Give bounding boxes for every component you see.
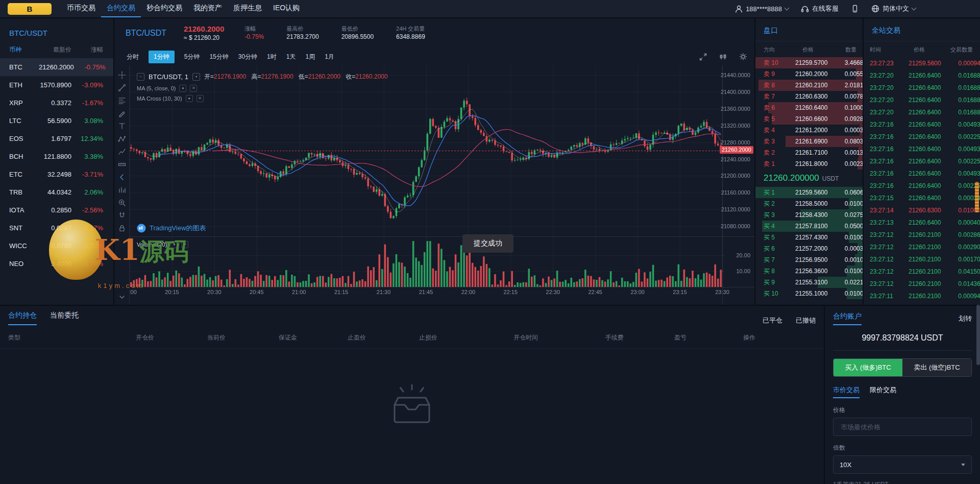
collapse-toolbar-icon[interactable] <box>117 173 127 182</box>
xabcd-pattern-tool-icon[interactable] <box>117 134 127 143</box>
tradingview-attribution[interactable]: TradingView的图表 <box>137 224 206 233</box>
sell-short-button[interactable]: 卖出 (做空)BTC <box>902 359 971 376</box>
market-pair-row[interactable]: BCH121.88003.38% <box>0 148 113 165</box>
orderbook-bid-row[interactable]: 买 521257.43000.0100 <box>755 232 863 243</box>
market-pair-row[interactable]: EOS1.679712.34% <box>0 130 113 148</box>
mid-price: 21260.200000 <box>764 173 819 183</box>
fullscreen-icon[interactable] <box>699 53 707 61</box>
trade-row: 23:27:1621260.64000.004931 <box>864 118 980 131</box>
online-service-button[interactable]: 在线客服 <box>801 4 839 13</box>
legend-style-icon[interactable]: ▪ <box>192 73 200 81</box>
timeframe-6[interactable]: 1天 <box>286 53 296 61</box>
market-pair-row[interactable]: IOTA0.2850-2.56% <box>0 201 113 219</box>
nav-item-4[interactable]: 质押生息 <box>228 0 267 17</box>
timeframe-8[interactable]: 1月 <box>325 53 334 61</box>
nav-item-1[interactable]: 合约交易 <box>101 0 141 17</box>
page-scrollbar-thumb[interactable] <box>976 305 980 365</box>
forecast-tool-icon[interactable] <box>117 147 127 156</box>
orderbook-bid-row[interactable]: 买 621257.20000.0003 <box>755 243 863 254</box>
time-axis[interactable]: 20:0020:1520:3020:4521:0021:1521:3021:45… <box>114 289 723 299</box>
timeframe-7[interactable]: 1周 <box>305 53 315 61</box>
timeframe-0[interactable]: 分时 <box>127 53 139 61</box>
tab-market-order[interactable]: 市价交易 <box>833 385 860 398</box>
col-price: 价格 <box>795 46 821 54</box>
orderbook-bid-row[interactable]: 买 921255.31000.0221 <box>755 277 863 288</box>
orderbook-bid-row[interactable]: 买 821256.36000.0100 <box>755 265 863 277</box>
timeframe-2[interactable]: 5分钟 <box>184 53 200 61</box>
candlestick-chart[interactable] <box>130 65 754 305</box>
orderbook-bid-row[interactable]: 买 121259.56000.0606 <box>755 187 863 198</box>
timeframe-5[interactable]: 1时 <box>267 53 277 61</box>
market-pair-row[interactable]: TRB44.03422.06% <box>0 183 113 201</box>
indicator-visibility-icon[interactable]: ● <box>186 95 193 102</box>
brush-tool-icon[interactable] <box>117 109 127 118</box>
closed-positions-link[interactable]: 已平仓 <box>763 316 782 325</box>
orderbook-ask-row[interactable]: 卖 821260.21002.0181 <box>755 80 863 91</box>
time-axis-label: 21:00 <box>292 289 306 295</box>
nav-item-3[interactable]: 我的资产 <box>188 0 228 17</box>
app-logo[interactable]: B <box>8 3 52 15</box>
cancelled-orders-link[interactable]: 已撤销 <box>796 316 816 325</box>
market-pair-row[interactable]: SNT0.0287-2.17% <box>0 219 113 237</box>
magnet-tool-icon[interactable] <box>117 211 127 220</box>
orderbook-ask-row[interactable]: 卖 721260.63000.0078 <box>755 91 863 102</box>
market-pair-row[interactable]: ETH1570.8900-3.09% <box>0 76 113 94</box>
orderbook-bid-row[interactable]: 买 321258.43000.0275 <box>755 209 863 221</box>
orderbook-ask-row[interactable]: 卖 621260.64000.1000 <box>755 102 863 113</box>
orderbook-ask-row[interactable]: 卖 321261.69000.0803 <box>755 136 863 147</box>
market-pair-row[interactable]: LTC56.59003.08% <box>0 112 113 130</box>
orderbook-ask-row[interactable]: 卖 221261.71000.0013 <box>755 147 863 158</box>
collapse-legend-icon[interactable]: − <box>137 73 144 81</box>
timeframe-4[interactable]: 30分钟 <box>238 53 257 61</box>
indicator-visibility-icon[interactable]: ● <box>179 85 186 92</box>
language-selector[interactable]: 简体中文 <box>871 4 916 13</box>
text-tool-icon[interactable] <box>117 122 127 131</box>
price-input[interactable] <box>840 423 965 431</box>
trendline-tool-icon[interactable] <box>117 83 127 92</box>
orderbook-ask-row[interactable]: 卖 121261.80000.0023 <box>755 158 863 170</box>
indicator-icon[interactable] <box>719 53 727 61</box>
zoom-in-icon[interactable] <box>117 198 127 207</box>
lock-tool-icon[interactable] <box>117 224 127 233</box>
transfer-link[interactable]: 划转 <box>959 314 972 323</box>
nav-item-2[interactable]: 秒合约交易 <box>141 0 188 17</box>
timeframe-1[interactable]: 1分钟 <box>149 51 175 63</box>
account-title[interactable]: 合约账户 <box>833 312 862 325</box>
leverage-select[interactable]: 10X <box>833 455 972 474</box>
market-pair-row[interactable]: WICC0.0780-1.02% <box>0 237 113 255</box>
orderbook-bid-row[interactable]: 买 421257.81000.0500 <box>755 221 863 232</box>
market-pair-row[interactable]: BTC21260.2000-0.75% <box>0 58 113 76</box>
orderbook-bid-row[interactable]: 买 1021255.10000.0100 <box>755 288 863 299</box>
orderbook-ask-row[interactable]: 卖 421261.20000.0003 <box>755 125 863 136</box>
user-account-menu[interactable]: 188****8888 <box>735 5 789 13</box>
app-download-button[interactable] <box>851 5 859 13</box>
crosshair-tool-icon[interactable] <box>117 70 127 80</box>
orderbook-ask-row[interactable]: 卖 521260.66000.0928 <box>755 113 863 125</box>
tab-open-positions[interactable]: 合约持仓 <box>8 311 37 325</box>
market-pair-row[interactable]: NEO9.4000-3.79% <box>0 255 113 273</box>
price-axis[interactable]: 21440.000021400.000021360.000021320.0000… <box>723 65 754 305</box>
market-pair-row[interactable]: ETC32.2498-3.71% <box>0 165 113 183</box>
buy-long-button[interactable]: 买入 (做多)BTC <box>834 359 902 376</box>
tab-current-orders[interactable]: 当前委托 <box>50 311 79 325</box>
orderbook-bid-row[interactable]: 买 721256.95000.0010 <box>755 254 863 265</box>
indicator-remove-icon[interactable]: ✕ <box>197 95 204 102</box>
price-axis-label: 21080.0000 <box>721 223 750 229</box>
timeframe-3[interactable]: 15分钟 <box>209 53 228 61</box>
bars-pattern-tool-icon[interactable] <box>117 185 127 195</box>
nav-item-5[interactable]: IEO认购 <box>267 0 305 17</box>
orderbook-ask-row[interactable]: 卖 921260.20000.0055 <box>755 68 863 80</box>
indicator-remove-icon[interactable]: ✕ <box>190 85 197 92</box>
trades-scrollbar-thumb[interactable] <box>975 182 979 212</box>
tab-limit-order[interactable]: 限价交易 <box>870 385 896 398</box>
toolbar-expand-chevron-icon[interactable] <box>117 293 127 302</box>
orderbook-bid-row[interactable]: 买 221258.50000.0100 <box>755 198 863 209</box>
fib-tool-icon[interactable] <box>117 96 127 105</box>
indicator-visibility-icon[interactable]: ● <box>170 241 178 248</box>
market-pair-row[interactable]: XRP0.3372-1.67% <box>0 94 113 112</box>
settings-gear-icon[interactable] <box>739 53 747 61</box>
indicator-remove-icon[interactable]: ✕ <box>181 241 188 248</box>
measure-tool-icon[interactable] <box>117 160 127 169</box>
orderbook-ask-row[interactable]: 卖 1021259.57003.4668 <box>755 57 863 68</box>
nav-item-0[interactable]: 币币交易 <box>61 0 101 17</box>
